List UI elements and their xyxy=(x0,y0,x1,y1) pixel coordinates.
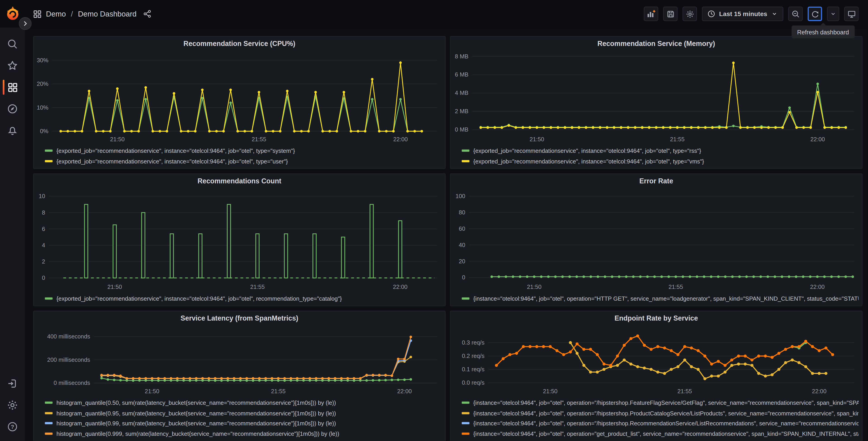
svg-text:21:50: 21:50 xyxy=(543,388,558,394)
sidebar-item-alerting[interactable] xyxy=(0,120,25,141)
save-dashboard-button[interactable] xyxy=(663,6,678,21)
chart-service-latency[interactable]: 0 milliseconds200 milliseconds400 millis… xyxy=(36,325,440,396)
time-range-picker[interactable]: Last 15 minutes xyxy=(702,6,783,21)
legend-item[interactable]: {exported_job="recommendationservice", i… xyxy=(462,146,859,156)
legend-swatch xyxy=(45,150,53,152)
legend-item[interactable]: {instance="otelcol:9464", job="otel", op… xyxy=(462,398,859,408)
legend-item[interactable]: {exported_job="recommendationservice", i… xyxy=(462,156,859,166)
legend-label: {instance="otelcol:9464", job="otel", op… xyxy=(473,399,859,406)
legend-label: {exported_job="recommendationservice", i… xyxy=(57,295,342,301)
chart-endpoint-rate-by-service[interactable]: 0.0 req/s0.1 req/s0.2 req/s0.3 req/s21:5… xyxy=(453,325,857,396)
chevron-right-icon xyxy=(22,21,28,27)
add-panel-button[interactable] xyxy=(644,6,658,21)
legend-item[interactable]: {instance="otelcol:9464", job="otel", op… xyxy=(462,293,859,303)
zoom-out-button[interactable] xyxy=(788,6,803,21)
breadcrumb-section[interactable]: Demo xyxy=(46,10,66,18)
panel-title-recommendation-service-memory[interactable]: Recommendation Service (Memory) xyxy=(451,36,862,50)
legend-label: {instance="otelcol:9464", job="otel", op… xyxy=(473,295,859,301)
legend-swatch xyxy=(462,422,469,424)
expand-sidebar-button[interactable] xyxy=(19,17,31,30)
axes: 02040608010021:5021:5522:00 xyxy=(456,193,854,290)
panel-title-endpoint-rate-by-service[interactable]: Endpoint Rate by Service xyxy=(451,311,862,325)
sidebar-item-search[interactable] xyxy=(0,33,25,55)
svg-text:0: 0 xyxy=(42,274,45,281)
cycle-view-mode-button[interactable] xyxy=(844,6,859,21)
panel-title-error-rate[interactable]: Error Rate xyxy=(451,174,862,188)
legend-label: {exported_job="recommendationservice", i… xyxy=(57,147,295,154)
legend-item[interactable]: histogram_quantile(0.99, sum(rate(latenc… xyxy=(45,418,442,428)
svg-text:30%: 30% xyxy=(37,57,48,63)
legend-swatch xyxy=(45,432,53,435)
search-icon xyxy=(7,39,18,49)
panel-title-recommendations-count[interactable]: Recommendations Count xyxy=(34,174,445,188)
axes: 024681021:5021:5522:00 xyxy=(39,193,437,290)
legend-swatch xyxy=(462,160,469,162)
legend-swatch xyxy=(45,297,53,299)
chart-recommendation-service-cpu[interactable]: 0%10%20%30%21:5021:5522:00 xyxy=(36,51,440,145)
legend-item[interactable]: {instance="otelcol:9464", job="otel", op… xyxy=(462,418,859,428)
legend-item[interactable]: histogram_quantile(0.50, sum(rate(latenc… xyxy=(45,398,442,408)
svg-text:80: 80 xyxy=(459,209,465,215)
legend-swatch xyxy=(462,432,469,435)
legend-label: histogram_quantile(0.999, sum(rate(laten… xyxy=(57,430,339,437)
dashboards-grid-icon xyxy=(33,10,42,18)
legend-endpoint-rate-by-service: {instance="otelcol:9464", job="otel", op… xyxy=(451,396,862,441)
legend-label: {exported_job="recommendationservice", i… xyxy=(473,158,704,164)
legend-item[interactable]: histogram_quantile(0.999, sum(rate(laten… xyxy=(45,428,442,439)
svg-text:22:00: 22:00 xyxy=(393,136,408,142)
panel-title-recommendation-service-cpu[interactable]: Recommendation Service (CPU%) xyxy=(34,36,445,50)
panel-recommendation-service-cpu: Recommendation Service (CPU%)0%10%20%30%… xyxy=(33,36,446,169)
sidebar-item-explore[interactable] xyxy=(0,98,25,120)
chart-recommendations-count[interactable]: 024681021:5021:5522:00 xyxy=(36,188,440,292)
legend-item[interactable]: {instance="otelcol:9464", job="otel", op… xyxy=(462,408,859,418)
sidebar-item-starred[interactable] xyxy=(0,55,25,76)
svg-text:21:55: 21:55 xyxy=(678,388,692,394)
panel-service-latency: Service Latency (from SpanMetrics)0 mill… xyxy=(33,311,446,441)
legend-service-latency: histogram_quantile(0.50, sum(rate(latenc… xyxy=(34,396,445,441)
save-icon xyxy=(666,10,675,18)
tooltip-label: Refresh dashboard xyxy=(797,29,849,35)
chart-recommendation-service-memory[interactable]: 0 MB2 MB4 MB6 MB8 MB21:5021:5522:00 xyxy=(453,51,857,145)
legend-item[interactable]: {exported_job="recommendationservice", i… xyxy=(45,293,442,303)
gear-icon xyxy=(7,400,18,410)
svg-text:0 milliseconds: 0 milliseconds xyxy=(54,380,90,386)
legend-item[interactable]: histogram_quantile(0.95, sum(rate(latenc… xyxy=(45,408,442,418)
sidebar-item-dashboards[interactable] xyxy=(0,77,25,98)
svg-text:0%: 0% xyxy=(40,128,49,134)
panel-title-service-latency[interactable]: Service Latency (from SpanMetrics) xyxy=(34,311,445,325)
gear-icon xyxy=(686,10,694,18)
dashboard-settings-button[interactable] xyxy=(683,6,697,21)
svg-text:20%: 20% xyxy=(37,81,48,87)
sidebar-item-sign-in[interactable] xyxy=(0,373,25,394)
sidebar-item-help[interactable]: ? xyxy=(0,416,25,438)
share-dashboard-icon[interactable] xyxy=(143,10,151,18)
legend-label: {instance="otelcol:9464", job="otel", op… xyxy=(473,410,859,416)
svg-text:6 MB: 6 MB xyxy=(455,71,468,78)
svg-text:0.1 req/s: 0.1 req/s xyxy=(462,366,485,373)
svg-text:21:55: 21:55 xyxy=(271,388,285,394)
svg-text:22:00: 22:00 xyxy=(812,388,826,394)
legend-item[interactable]: {exported_job="recommendationservice", i… xyxy=(45,146,442,156)
svg-text:0.3 req/s: 0.3 req/s xyxy=(462,340,485,346)
svg-text:4 MB: 4 MB xyxy=(455,90,468,96)
legend-label: {exported_job="recommendationservice", i… xyxy=(57,158,288,164)
breadcrumb-separator: / xyxy=(71,10,73,18)
legend-swatch xyxy=(462,297,469,299)
star-icon xyxy=(7,60,18,71)
panel-recommendation-service-memory: Recommendation Service (Memory)0 MB2 MB4… xyxy=(450,36,863,169)
legend-label: {exported_job="recommendationservice", i… xyxy=(473,147,701,154)
dashboards-grid-icon xyxy=(7,82,18,92)
svg-text:?: ? xyxy=(11,424,14,430)
legend-item[interactable]: {exported_job="recommendationservice", i… xyxy=(45,156,442,166)
panel-recommendations-count: Recommendations Count024681021:5021:5522… xyxy=(33,173,446,306)
refresh-interval-dropdown[interactable] xyxy=(827,6,839,21)
grafana-logo-icon[interactable] xyxy=(5,6,20,21)
refresh-dashboard-button[interactable] xyxy=(808,6,822,21)
svg-text:21:50: 21:50 xyxy=(527,284,541,290)
svg-text:21:50: 21:50 xyxy=(107,284,122,290)
legend-item[interactable]: {instance="otelcol:9464", job="otel", op… xyxy=(462,428,859,439)
chart-error-rate[interactable]: 02040608010021:5021:5522:00 xyxy=(453,188,857,292)
sidebar-item-configuration[interactable] xyxy=(0,394,25,416)
help-icon: ? xyxy=(7,422,18,432)
svg-text:0.2 req/s: 0.2 req/s xyxy=(462,353,485,359)
